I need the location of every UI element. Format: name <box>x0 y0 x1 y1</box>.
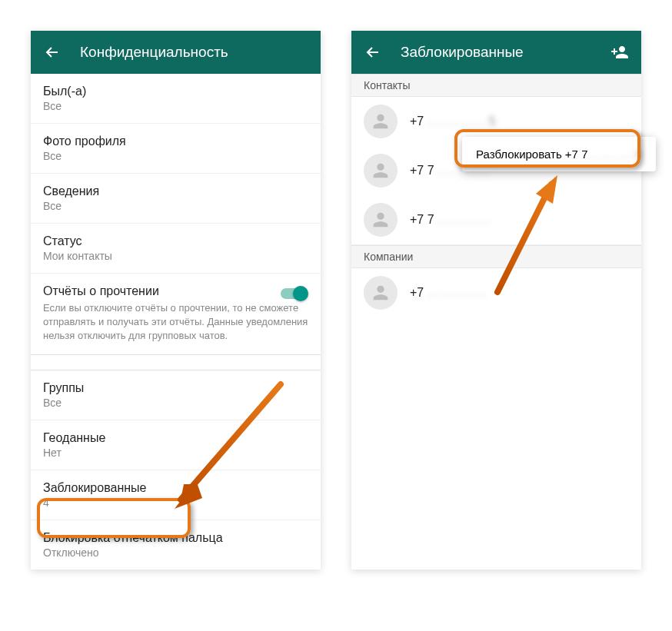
back-arrow-icon[interactable] <box>43 43 62 61</box>
setting-fingerprint-lock[interactable]: Блокировка отпечатком пальца Отключено <box>31 520 321 570</box>
setting-status[interactable]: Статус Мои контакты <box>31 224 321 274</box>
avatar <box>364 276 398 310</box>
setting-title: Блокировка отпечатком пальца <box>43 531 308 545</box>
setting-subtitle: Все <box>43 200 308 212</box>
setting-title: Статус <box>43 234 308 248</box>
appbar: Конфиденциальность <box>31 31 321 74</box>
section-header-companies: Компании <box>351 245 641 268</box>
contact-number: +7 . . . . . . . . . 5 <box>410 115 496 128</box>
add-contact-icon[interactable] <box>610 43 629 61</box>
toggle-read-receipts[interactable] <box>281 286 308 301</box>
appbar-title: Заблокированные <box>401 44 610 61</box>
privacy-settings-screen: Конфиденциальность Был(-а) Все Фото проф… <box>31 31 321 570</box>
setting-title: Был(-а) <box>43 85 308 98</box>
setting-subtitle: Отключено <box>43 546 308 559</box>
setting-title: Заблокированные <box>43 481 308 495</box>
setting-title: Фото профиля <box>43 135 308 148</box>
setting-groups[interactable]: Группы Все <box>31 370 321 420</box>
appbar: Заблокированные <box>351 31 641 74</box>
setting-subtitle: Если вы отключите отчёты о прочтении, то… <box>43 301 308 344</box>
setting-title: Сведения <box>43 184 308 198</box>
setting-live-location[interactable]: Геоданные Нет <box>31 420 321 470</box>
setting-read-receipts[interactable]: Отчёты о прочтении Если вы отключите отч… <box>31 274 321 355</box>
setting-subtitle: Все <box>43 397 308 409</box>
avatar <box>364 105 398 138</box>
contact-number: +7 . . . . . . . . . <box>410 286 485 300</box>
setting-title: Геоданные <box>43 431 308 445</box>
setting-title: Группы <box>43 381 308 395</box>
appbar-title: Конфиденциальность <box>80 44 308 61</box>
setting-subtitle: Нет <box>43 447 308 459</box>
back-arrow-icon[interactable] <box>364 43 382 61</box>
setting-blocked[interactable]: Заблокированные 4 <box>31 470 321 520</box>
setting-subtitle: Все <box>43 150 308 162</box>
setting-subtitle: 4 <box>43 496 308 509</box>
setting-about[interactable]: Сведения Все <box>31 174 321 224</box>
avatar <box>364 203 398 237</box>
setting-subtitle: Мои контакты <box>43 250 308 262</box>
blocked-contact-row[interactable]: +7 7 . . . . . . . . <box>351 195 641 245</box>
context-menu-unblock[interactable]: Разблокировать +7 7 . . . . . . . 5 <box>462 137 656 171</box>
avatar <box>364 154 398 188</box>
blocked-company-row[interactable]: +7 . . . . . . . . . <box>351 268 641 317</box>
setting-profile-photo[interactable]: Фото профиля Все <box>31 124 321 174</box>
blocked-contacts-screen: Заблокированные Контакты +7 . . . . . . … <box>351 31 641 570</box>
setting-title: Отчёты о прочтении <box>43 284 308 298</box>
setting-last-seen[interactable]: Был(-а) Все <box>31 74 321 124</box>
section-header-contacts: Контакты <box>351 74 641 97</box>
setting-subtitle: Все <box>43 100 308 112</box>
contact-number: +7 7 . . . . . . . . <box>410 213 489 227</box>
